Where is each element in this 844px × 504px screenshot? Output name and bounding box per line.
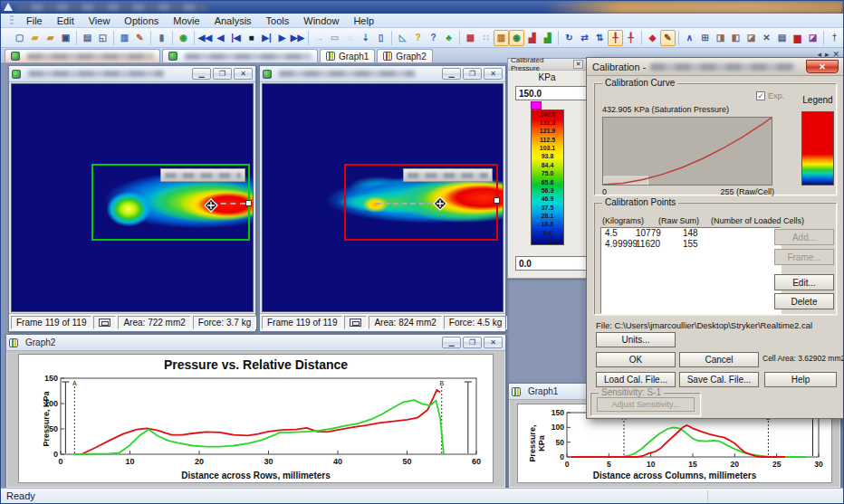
doc-tab-1[interactable] [5,49,160,62]
target-circle-icon[interactable]: ◉ [509,30,524,46]
tool-a-icon[interactable]: ◨ [713,30,728,46]
menu-item-file[interactable]: File [19,14,50,27]
load-cal-file-button[interactable]: Load Cal. File... [596,372,676,387]
tool-c-icon[interactable]: ◪ [743,30,759,46]
maximize-button[interactable] [463,337,482,348]
color-tiles-icon[interactable]: ▦ [463,30,478,46]
diamond-tool-icon[interactable]: ◈ [645,30,660,46]
set-square-icon[interactable]: ◺ [395,30,410,46]
selection-rectangle[interactable] [91,164,251,241]
pen-tool-icon[interactable]: ✎ [660,30,676,46]
fast-forward-icon[interactable]: ▶▶ [290,30,305,46]
window-titlebar[interactable] [9,66,255,82]
disabled-tool-icon[interactable]: ∷ [478,30,494,46]
save-icon[interactable]: ▣ [58,30,73,46]
menu-item-help[interactable]: Help [346,14,381,27]
t-chart-active-icon[interactable]: ╀ [608,30,623,46]
menu-item-edit[interactable]: Edit [50,14,82,27]
graph2-tab[interactable]: Graph2 [377,49,432,62]
last-frame-icon[interactable]: ▶| [259,30,274,46]
graph1-tab[interactable]: Graph1 [320,49,375,62]
window-titlebar[interactable]: Graph2 [6,335,505,351]
minimize-button[interactable] [442,337,461,348]
refresh-icon[interactable]: ↻ [561,30,577,46]
chart-red-icon[interactable]: ▟ [524,30,540,46]
dialog-titlebar[interactable]: Calibration - ✕ [587,58,844,76]
window-titlebar[interactable] [260,66,505,82]
hammer-add-icon[interactable]: † [827,30,842,46]
exp-checkbox[interactable]: ✓ [756,91,765,100]
contacts-book-icon[interactable]: ▤ [774,30,790,46]
selection-rectangle[interactable] [344,164,498,241]
smoothing-indicator[interactable] [344,316,367,329]
export-icon[interactable]: ⇣ [358,30,373,46]
open-folder-icon[interactable]: ▰ [27,30,43,46]
dialog-close-button[interactable]: ✕ [806,60,839,73]
context-help-icon[interactable]: ? [426,30,441,46]
step-back-icon[interactable]: ◀ [213,30,228,46]
calibration-point-row[interactable]: 4.9999911620155 [601,239,781,250]
line-end-handle[interactable] [245,200,252,206]
units-button[interactable]: Units... [596,332,676,347]
ok-button[interactable]: OK [596,352,676,367]
move-handle-icon[interactable] [433,196,447,211]
menu-item-analysis[interactable]: Analysis [207,14,259,27]
close-button[interactable] [484,337,503,348]
pressure-rows-chart[interactable]: 0102030405060050100150AB [34,373,489,467]
grid-view-icon[interactable]: ⊞ [697,30,713,46]
swap-icon[interactable]: ⇄ [577,30,592,46]
chart-green-icon[interactable]: ▟ [540,30,555,46]
app-titlebar[interactable] [1,1,843,14]
move-handle-icon[interactable] [204,198,218,213]
help-icon[interactable]: ? [410,30,426,46]
cancel-button[interactable]: Cancel [679,352,759,367]
close-button[interactable] [234,68,253,80]
snapshot-icon[interactable]: ▭ [327,30,342,46]
menu-item-options[interactable]: Options [117,14,166,27]
column-chart-icon[interactable]: ▥ [494,30,509,46]
close-button[interactable] [484,68,503,80]
menu-item-movie[interactable]: Movie [166,14,206,27]
line-end-handle[interactable] [494,197,500,204]
delete-button[interactable]: Delete [774,293,834,309]
maximize-button[interactable] [463,68,482,80]
stop-icon[interactable]: ■ [244,30,259,46]
sort-icon[interactable]: ⇅ [592,30,608,46]
goto-frame-icon[interactable]: → [312,30,327,46]
peak-curve-icon[interactable]: ∧ [682,30,697,46]
edit-icon[interactable]: ✎ [132,30,148,46]
menu-item-view[interactable]: View [82,14,118,27]
print-icon[interactable]: ▤ [80,30,95,46]
new-file-icon[interactable]: ▢ [12,30,27,46]
power-plug-icon[interactable]: ↯ [842,30,843,46]
t-chart-icon[interactable]: ╀ [623,30,638,46]
open-special-icon[interactable]: ▰ [43,30,58,46]
first-frame-icon[interactable]: |◀ [228,30,244,46]
edit-button[interactable]: Edit... [774,274,834,290]
maximize-button[interactable] [213,68,232,80]
menu-item-tools[interactable]: Tools [259,14,297,27]
minimize-button[interactable] [442,68,461,80]
minimize-button[interactable] [192,68,211,80]
movie-recorder-icon[interactable]: ◉ [176,30,191,46]
toolbox-icon[interactable]: ▆ [790,30,805,46]
panel-titlebar[interactable]: Calibrated Pressure ✕ [508,59,586,71]
copy-icon[interactable]: ▥ [117,30,132,46]
rewind-icon[interactable]: ◀◀ [197,30,213,46]
save-cal-file-button[interactable]: Save Cal. File... [679,372,759,387]
pressure-map-canvas[interactable] [262,83,504,312]
tool-b-icon[interactable]: ◧ [728,30,743,46]
smoothing-indicator[interactable] [93,316,116,329]
calibration-points-list[interactable]: 4.5107791484.9999911620155 [600,227,782,314]
calibration-curve-plot[interactable] [602,117,772,185]
paint-tools-icon[interactable]: ◪ [805,30,820,46]
analysis-plant-icon[interactable]: ♣ [441,30,456,46]
record-icon[interactable]: ◌ [342,30,358,46]
calibration-point-row[interactable]: 4.510779148 [601,228,781,239]
doc-tab-2[interactable] [162,49,318,62]
notebook-icon[interactable]: ▯ [373,30,388,46]
wrench-icon[interactable]: ✕ [759,30,774,46]
play-icon[interactable]: ▶ [274,30,290,46]
device-icon[interactable]: ▮ [154,30,169,46]
pressure-map-canvas[interactable] [11,83,254,312]
